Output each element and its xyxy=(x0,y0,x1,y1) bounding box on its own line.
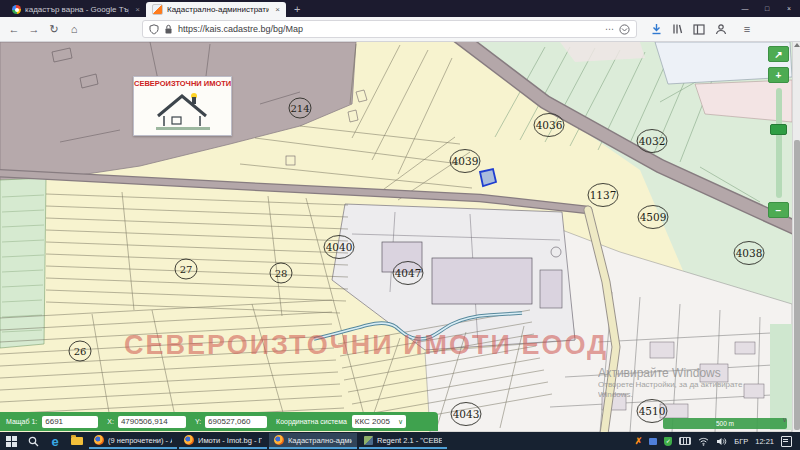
maximize-button[interactable]: □ xyxy=(756,0,778,17)
language-indicator[interactable]: БГР xyxy=(734,437,748,446)
pan-extent-button[interactable]: ↗ xyxy=(768,46,789,62)
edge-browser-icon[interactable]: e xyxy=(47,432,63,450)
forward-icon[interactable]: → xyxy=(24,18,44,40)
new-tab-button[interactable]: + xyxy=(294,2,300,16)
address-bar[interactable]: https://kais.cadastre.bg/bg/Map ⋯ xyxy=(142,20,637,38)
chevron-down-icon: ∨ xyxy=(398,418,403,426)
scale-label: Мащаб 1: xyxy=(6,418,37,425)
tab-close-icon[interactable]: × xyxy=(273,5,280,14)
zoom-slider-handle[interactable] xyxy=(770,124,787,135)
firefox-icon xyxy=(94,435,104,445)
taskbar-app-regent[interactable]: Regent 2.1 - "СЕВЕРО... xyxy=(359,433,447,449)
tab-title: кадастър варна - Google Търс xyxy=(25,5,129,14)
svg-text:27: 27 xyxy=(180,264,193,275)
selected-parcel[interactable] xyxy=(480,169,496,186)
zoom-out-button[interactable]: − xyxy=(768,202,789,218)
map-scale-bar: 500 m xyxy=(663,418,787,429)
crs-label: Координатна система xyxy=(276,418,347,425)
back-icon[interactable]: ← xyxy=(4,18,24,40)
page-scrollbar[interactable] xyxy=(792,42,800,432)
minimize-button[interactable]: — xyxy=(734,0,756,17)
map-viewport[interactable]: 2144036403940321137450940384040404727282… xyxy=(0,42,800,432)
kais-favicon-icon xyxy=(152,4,163,15)
clock[interactable]: 12:21 xyxy=(755,437,774,446)
scale-input[interactable] xyxy=(42,416,98,428)
scroll-up-icon[interactable] xyxy=(794,43,800,47)
tab-kais-map[interactable]: Кадастрално-административна × xyxy=(146,2,286,17)
toolbar-icons: ≡ xyxy=(651,18,757,40)
svg-text:4038: 4038 xyxy=(736,247,763,259)
house-logo-icon xyxy=(152,88,214,132)
taskbar-app-imot[interactable]: Имоти - Imot.bg - П... xyxy=(179,433,267,449)
browser-toolbar: ← → ↻ ⌂ https://kais.cadastre.bg/bg/Map … xyxy=(0,17,800,42)
firefox-icon xyxy=(274,435,284,445)
notification-center-icon[interactable] xyxy=(781,436,792,447)
crs-select[interactable]: ККС 2005 ∨ xyxy=(352,415,406,428)
collapse-chevron-icon[interactable]: ∨ xyxy=(782,416,787,424)
google-favicon-icon xyxy=(12,5,21,14)
zoom-in-button[interactable]: + xyxy=(768,67,789,83)
svg-text:28: 28 xyxy=(275,268,288,279)
browser-titlebar: кадастър варна - Google Търс × Кадастрал… xyxy=(0,0,800,17)
map-statusbar: Мащаб 1: X: Y: Координатна система ККС 2… xyxy=(0,412,438,431)
tab-title: Кадастрално-административна xyxy=(167,5,269,14)
taskbar-app-mail[interactable]: (9 непрочетени) - АБ... xyxy=(89,433,177,449)
desktop-screen: кадастър варна - Google Търс × Кадастрал… xyxy=(0,0,800,450)
svg-text:26: 26 xyxy=(74,346,87,357)
firefox-icon xyxy=(184,435,194,445)
file-explorer-icon[interactable] xyxy=(69,437,85,445)
start-button[interactable] xyxy=(3,436,19,447)
svg-text:1137: 1137 xyxy=(590,189,617,201)
crs-selected-value: ККС 2005 xyxy=(355,417,390,426)
touch-keyboard-icon[interactable] xyxy=(679,437,691,445)
zoom-slider-track[interactable] xyxy=(776,88,782,198)
page-actions-icon[interactable]: ⋯ xyxy=(605,24,614,34)
taskbar-app-kais[interactable]: Кадастрално-админ... xyxy=(269,433,357,449)
agency-logo: СЕВЕРОИЗТОЧНИ ИМОТИ xyxy=(133,76,232,136)
y-coordinate-input[interactable] xyxy=(205,416,267,428)
tray-pin-icon[interactable]: ✗ xyxy=(635,436,643,446)
sidebar-icon[interactable] xyxy=(693,24,705,35)
cadastral-map[interactable]: 2144036403940321137450940384040404727282… xyxy=(0,42,792,432)
menu-icon[interactable]: ≡ xyxy=(737,18,757,40)
scrollbar-thumb[interactable] xyxy=(794,140,800,430)
url-text[interactable]: https://kais.cadastre.bg/bg/Map xyxy=(178,24,600,34)
agency-logo-text: СЕВЕРОИЗТОЧНИ ИМОТИ xyxy=(134,79,231,88)
window-controls: — □ × xyxy=(734,0,800,17)
regent-icon xyxy=(364,436,373,445)
svg-text:4043: 4043 xyxy=(453,408,480,420)
svg-text:4510: 4510 xyxy=(639,405,666,417)
windows-taskbar: e (9 непрочетени) - АБ... Имоти - Imot.b… xyxy=(0,432,800,450)
reload-icon[interactable]: ↻ xyxy=(44,18,64,40)
tab-google-search[interactable]: кадастър варна - Google Търс × xyxy=(6,2,146,17)
x-label: X: xyxy=(107,418,114,425)
account-icon[interactable] xyxy=(715,23,727,35)
downloads-icon[interactable] xyxy=(651,23,662,35)
lock-icon[interactable] xyxy=(164,24,173,35)
search-button[interactable] xyxy=(25,436,41,447)
tab-close-icon[interactable]: × xyxy=(133,5,140,14)
shield-permissions-icon[interactable] xyxy=(149,24,159,35)
svg-text:4040: 4040 xyxy=(326,241,353,253)
system-tray: ✗ ✓ БГР 12:21 xyxy=(635,436,800,447)
region-green-left xyxy=(0,178,46,348)
wifi-icon[interactable] xyxy=(698,437,709,446)
x-coordinate-input[interactable] xyxy=(118,416,186,428)
tray-display-icon[interactable] xyxy=(649,438,657,445)
svg-text:4032: 4032 xyxy=(639,135,666,147)
home-icon[interactable]: ⌂ xyxy=(64,18,84,40)
svg-text:4036: 4036 xyxy=(536,119,563,131)
library-icon[interactable] xyxy=(672,23,683,35)
antivirus-shield-icon[interactable]: ✓ xyxy=(664,437,672,446)
volume-icon[interactable] xyxy=(716,437,727,446)
y-label: Y: xyxy=(195,418,201,425)
svg-text:4047: 4047 xyxy=(395,267,422,279)
svg-text:214: 214 xyxy=(290,103,309,114)
close-window-button[interactable]: × xyxy=(778,0,800,17)
svg-text:4039: 4039 xyxy=(452,155,479,167)
pocket-icon[interactable] xyxy=(619,24,630,35)
svg-text:4509: 4509 xyxy=(640,211,667,223)
